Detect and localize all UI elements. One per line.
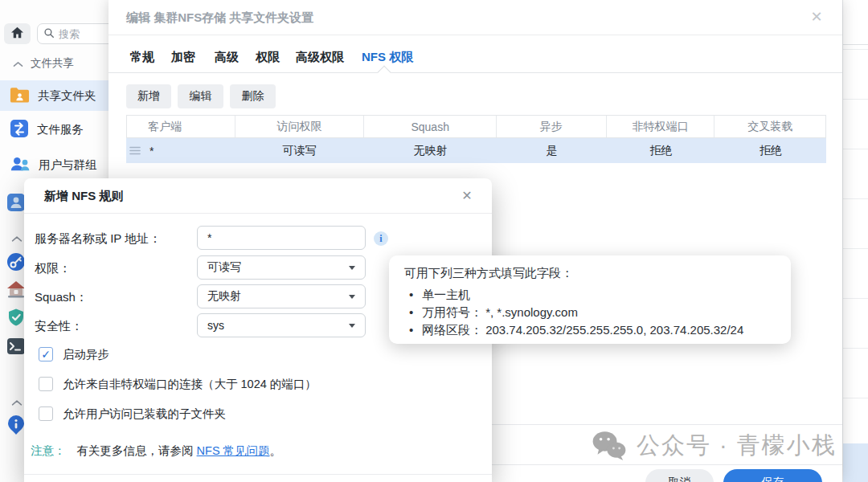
table-row[interactable]: * 可读写 无映射 是 拒绝 拒绝: [126, 138, 826, 163]
add-button[interactable]: 新增: [126, 84, 171, 108]
tabbar-line: [108, 72, 842, 73]
users-groups-icon: [10, 155, 31, 175]
background-selected-row: [843, 443, 868, 482]
note-row: 注意： 有关更多信息，请参阅 NFS 常见问题。: [31, 443, 481, 459]
cell-async: 是: [497, 138, 607, 163]
search-input[interactable]: [59, 28, 100, 40]
server-name-input[interactable]: [197, 226, 366, 250]
chevron-up-icon[interactable]: [11, 396, 24, 404]
tooltip-item: 万用符号： *, *.synology.com: [404, 304, 791, 321]
sidebar-section-file-sharing[interactable]: 文件共享: [0, 53, 108, 74]
file-services-icon: [10, 119, 29, 141]
note-text: 有关更多信息，请参阅: [77, 444, 197, 457]
search-box[interactable]: [37, 23, 114, 44]
checkbox-mounted-subfolder[interactable]: 允许用户访问已装载的子文件夹: [39, 406, 473, 422]
domain-ldap-icon[interactable]: [6, 193, 26, 212]
nfs-faq-link[interactable]: NFS 常见问题: [197, 444, 270, 457]
chevron-up-icon: [13, 58, 23, 70]
note-prefix: 注意：: [31, 444, 66, 457]
tab-advanced[interactable]: 高级: [215, 47, 239, 72]
delete-button[interactable]: 删除: [230, 84, 276, 108]
squash-select[interactable]: 无映射: [197, 284, 366, 308]
col-header-async[interactable]: 异步: [497, 116, 607, 137]
cell-client: *: [149, 145, 154, 157]
privilege-select[interactable]: 可读写: [197, 255, 366, 280]
close-icon[interactable]: ✕: [807, 7, 826, 27]
close-icon[interactable]: ✕: [458, 187, 476, 205]
title-divider: [108, 35, 842, 35]
checkbox-checked-icon[interactable]: ✓: [39, 347, 53, 362]
checkbox-label: 允许来自非特权端口的连接（大于 1024 的端口）: [63, 377, 317, 392]
note-suffix: 。: [270, 444, 282, 457]
tooltip-item: 单一主机: [404, 286, 791, 304]
squash-label: Squash：: [35, 290, 88, 305]
checkbox-label: 允许用户访问已装载的子文件夹: [63, 406, 226, 422]
field-help-tooltip: 可用下列三种方式填写此字段： 单一主机 万用符号： *, *.synology.…: [389, 255, 791, 344]
tooltip-title: 可用下列三种方式填写此字段：: [404, 266, 791, 281]
col-header-nonprivileged-port[interactable]: 非特权端口: [607, 116, 715, 137]
tab-encryption[interactable]: 加密: [171, 47, 195, 72]
col-header-client[interactable]: 客户端: [127, 116, 235, 137]
tab-adv-permissions[interactable]: 高级权限: [296, 47, 344, 72]
security-select[interactable]: sys: [197, 313, 366, 337]
save-button[interactable]: 保存: [723, 469, 822, 482]
chevron-down-icon: [349, 266, 355, 270]
checkbox-nonprivileged-port[interactable]: 允许来自非特权端口的连接（大于 1024 的端口）: [39, 376, 473, 392]
info-icon[interactable]: i: [374, 231, 388, 246]
cell-mount: 拒绝: [715, 138, 826, 163]
privilege-value: 可读写: [207, 260, 241, 275]
chevron-down-icon: [349, 295, 355, 299]
cell-access: 可读写: [235, 138, 364, 163]
privilege-label: 权限：: [35, 261, 71, 276]
server-name-label: 服务器名称或 IP 地址：: [35, 231, 161, 247]
key-icon[interactable]: [6, 252, 26, 272]
title-divider: [24, 213, 492, 214]
dialog-title: 新增 NFS 规则: [44, 189, 123, 204]
home-button[interactable]: [4, 23, 31, 44]
tab-permissions[interactable]: 权限: [256, 47, 280, 72]
sidebar-item-shared-folder[interactable]: 共享文件夹: [0, 80, 108, 111]
sidebar-item-label: 文件服务: [37, 122, 84, 137]
sidebar-item-users-groups[interactable]: 用户与群组: [0, 149, 108, 180]
search-icon: [43, 27, 55, 41]
dialog-title: 编辑 集群NFS存储 共享文件夹设置: [126, 10, 313, 26]
security-shield-icon[interactable]: [6, 308, 26, 327]
squash-value: 无映射: [207, 289, 241, 304]
col-header-cross-mount[interactable]: 交叉装载: [714, 116, 825, 137]
checkbox-enable-async[interactable]: ✓ 启动异步: [39, 346, 473, 362]
checkbox-label: 启动异步: [63, 347, 109, 362]
nfs-rules-table: 客户端 访问权限 Squash 异步 非特权端口 交叉装载 * 可读写 无映射 …: [126, 115, 826, 163]
checkbox-unchecked-icon[interactable]: [39, 377, 53, 391]
screen: 文件共享 共享文件夹 文件服务: [0, 0, 868, 482]
cell-port: 拒绝: [607, 138, 715, 163]
home-icon: [10, 27, 24, 41]
col-header-access[interactable]: 访问权限: [235, 116, 365, 137]
tooltip-item: 网络区段： 203.74.205.32/255.255.255.0, 203.7…: [404, 321, 791, 339]
security-value: sys: [207, 319, 224, 332]
checkbox-unchecked-icon[interactable]: [39, 406, 53, 421]
edit-button[interactable]: 编辑: [178, 84, 223, 108]
terminal-icon[interactable]: [6, 337, 26, 356]
sidebar-section-label: 文件共享: [31, 56, 74, 71]
background-toolbar-line: [843, 44, 868, 45]
cancel-button[interactable]: 取消: [645, 469, 714, 482]
drag-handle-icon[interactable]: [129, 145, 141, 157]
table-header-row: 客户端 访问权限 Squash 异步 非特权端口 交叉装载: [126, 115, 826, 138]
background-window-strip: [842, 0, 868, 482]
home-folder-icon[interactable]: [6, 280, 26, 299]
security-label: 安全性：: [35, 319, 83, 334]
info-pin-icon[interactable]: [6, 415, 26, 434]
sidebar-item-file-services[interactable]: 文件服务: [0, 114, 108, 145]
cell-squash: 无映射: [364, 138, 497, 163]
tab-general[interactable]: 常规: [130, 47, 154, 72]
chevron-up-icon[interactable]: [11, 232, 24, 240]
col-header-squash[interactable]: Squash: [364, 116, 497, 137]
dialog-footer-divider: [24, 474, 492, 475]
sidebar-item-label: 用户与群组: [39, 157, 97, 173]
chevron-down-icon: [349, 324, 355, 328]
shared-folder-icon: [10, 86, 30, 106]
sidebar-item-label: 共享文件夹: [38, 88, 96, 104]
